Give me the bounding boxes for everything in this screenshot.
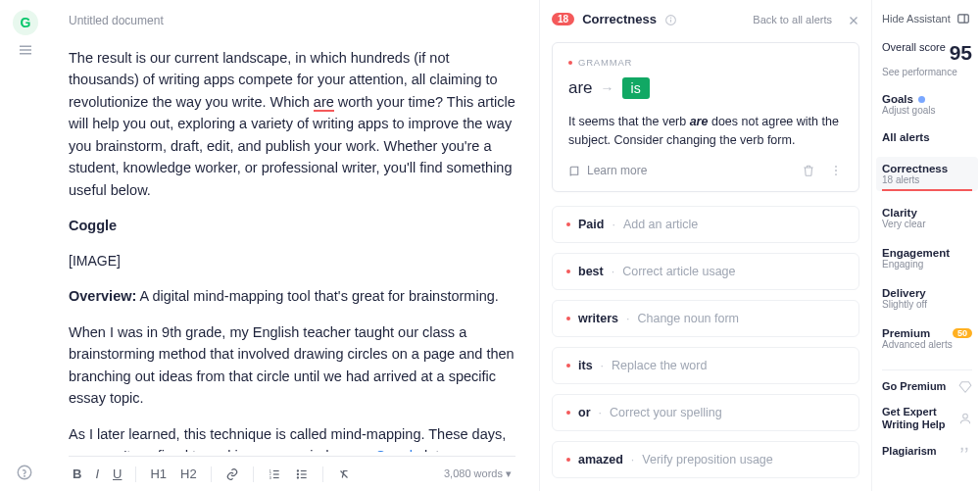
help-icon[interactable] — [16, 464, 33, 481]
svg-point-13 — [297, 476, 298, 477]
link-button[interactable] — [225, 467, 239, 481]
category-correctness[interactable]: Correctness 18 alerts — [876, 157, 978, 191]
svg-point-23 — [835, 170, 837, 172]
menu-icon[interactable] — [17, 41, 34, 59]
explanation-text: It seems that the verb — [568, 115, 690, 128]
quote-icon — [956, 443, 972, 459]
person-icon — [958, 412, 972, 425]
category-premium[interactable]: Premium 50 Advanced alerts — [882, 321, 972, 356]
svg-rect-25 — [957, 15, 968, 23]
grammarly-logo[interactable]: G — [13, 10, 38, 35]
coggle-link[interactable]: Coggle — [375, 448, 420, 452]
ordered-list-button[interactable]: 123 — [268, 467, 281, 481]
card-category: GRAMMAR — [578, 57, 632, 68]
suggestion-item[interactable]: or·Correct your spelling — [552, 394, 859, 431]
svg-point-19 — [670, 18, 671, 19]
svg-point-11 — [297, 469, 298, 470]
close-icon[interactable] — [848, 12, 859, 26]
explanation-highlight: are — [690, 115, 709, 128]
category-delivery[interactable]: Delivery Slightly off — [882, 281, 972, 316]
dismiss-button[interactable] — [802, 164, 815, 178]
svg-point-4 — [24, 475, 25, 476]
document-title[interactable]: Untitled document — [69, 14, 515, 27]
image-placeholder: [IMAGE] — [69, 251, 515, 272]
back-to-alerts-link[interactable]: Back to all alerts — [753, 14, 832, 25]
more-options-button[interactable] — [829, 164, 843, 178]
arrow-icon: → — [601, 80, 614, 96]
svg-point-22 — [835, 166, 837, 168]
hide-assistant-button[interactable]: Hide Assistant — [882, 12, 972, 25]
underline-button[interactable]: U — [113, 466, 122, 481]
format-toolbar: B I U H1 H2 123 3,080 words ▾ — [69, 456, 515, 491]
suggestion-item[interactable]: Paid·Add an article — [552, 206, 859, 243]
word-count[interactable]: 3,080 words ▾ — [444, 467, 512, 480]
category-clarity[interactable]: Clarity Very clear — [882, 201, 972, 235]
suggestion-item[interactable]: best·Correct article usage — [552, 253, 859, 290]
svg-text:3: 3 — [269, 475, 270, 479]
italic-button[interactable]: I — [95, 466, 99, 481]
suggestion-list: Paid·Add an article best·Correct article… — [552, 206, 859, 478]
overall-score: 95 — [950, 41, 972, 65]
h1-button[interactable]: H1 — [150, 466, 167, 481]
h2-button[interactable]: H2 — [180, 466, 197, 481]
see-performance-link[interactable]: See performance — [882, 67, 972, 77]
overview-label: Overview: — [69, 288, 136, 304]
goals-indicator-dot — [918, 96, 925, 103]
goals-button[interactable]: Goals Adjust goals — [882, 93, 972, 116]
info-icon[interactable] — [664, 12, 677, 26]
alert-count-badge: 18 — [552, 13, 574, 25]
apply-suggestion-button[interactable]: is — [622, 77, 650, 99]
suggestions-panel: 18 Correctness Back to all alerts GRAMMA… — [539, 0, 872, 491]
all-alerts-button[interactable]: All alerts — [882, 131, 972, 143]
old-word: are — [568, 78, 593, 98]
suggestion-item[interactable]: writers·Change noun form — [552, 300, 859, 337]
suggestion-item[interactable]: amazed·Verify preposition usage — [552, 441, 859, 478]
body-text: When I was in 9th grade, my English teac… — [69, 321, 515, 410]
document-body[interactable]: The result is our current landscape, in … — [69, 47, 515, 452]
diamond-icon — [958, 380, 972, 394]
panel-title: Correctness — [582, 12, 657, 26]
category-engagement[interactable]: Engagement Engaging — [882, 241, 972, 275]
assistant-sidebar: Hide Assistant Overall score 95 See perf… — [872, 0, 980, 491]
svg-point-12 — [297, 473, 298, 474]
heading-coggle: Coggle — [69, 215, 515, 236]
error-word[interactable]: are — [314, 94, 334, 112]
bold-button[interactable]: B — [73, 466, 81, 481]
clear-format-button[interactable] — [337, 467, 351, 481]
svg-point-24 — [835, 174, 837, 176]
suggestion-item[interactable]: its·Replace the word — [552, 347, 859, 384]
book-icon — [568, 164, 581, 177]
expert-help-button[interactable]: Get ExpertWriting Help — [882, 406, 972, 431]
go-premium-button[interactable]: Go Premium — [882, 380, 972, 394]
plagiarism-button[interactable]: Plagiarism — [882, 443, 972, 459]
score-label: Overall score — [882, 41, 946, 53]
svg-point-27 — [963, 415, 968, 419]
overview-text: A digital mind-mapping tool that's great… — [136, 288, 499, 304]
suggestion-card: GRAMMAR are → is It seems that the verb … — [552, 42, 859, 192]
premium-badge: 50 — [953, 328, 972, 338]
learn-more-link[interactable]: Learn more — [587, 164, 647, 177]
unordered-list-button[interactable] — [295, 467, 309, 481]
